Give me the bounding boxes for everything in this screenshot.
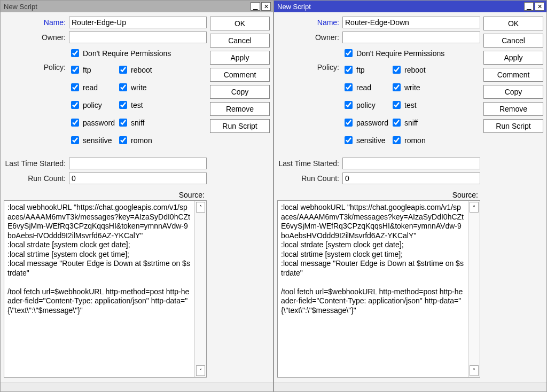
source-textarea[interactable]	[4, 201, 194, 377]
script-dialog: New Script ▁ ✕ Name: Owner:	[0, 0, 274, 392]
policy-sniff-label: sniff	[404, 119, 418, 127]
policy-reboot-checkbox[interactable]	[119, 66, 127, 74]
dont-require-permissions-label: Don't Require Permissions	[356, 49, 444, 58]
run-count-label: Run Count:	[4, 174, 69, 183]
titlebar[interactable]: New Script ▁ ✕	[274, 1, 546, 12]
scroll-up-icon[interactable]: ˄	[470, 202, 479, 213]
policy-policy-checkbox[interactable]	[345, 101, 353, 109]
policy-sensitive-checkbox[interactable]	[345, 136, 353, 144]
policy-sensitive-label: sensitive	[356, 136, 385, 145]
window-title: New Script	[3, 3, 37, 11]
policy-test-label: test	[404, 101, 417, 109]
scrollbar[interactable]: ˄ ˅	[194, 201, 206, 377]
policy-sensitive-label: sensitive	[83, 136, 112, 145]
policy-policy-label: policy	[83, 101, 102, 109]
run-script-button[interactable]: Run Script	[210, 119, 270, 133]
policy-label: Policy:	[4, 63, 69, 72]
run-count-input	[69, 173, 207, 184]
last-time-label: Last Time Started:	[4, 159, 69, 168]
policy-ftp-label: ftp	[83, 66, 91, 74]
remove-button[interactable]: Remove	[483, 102, 543, 116]
scroll-down-icon[interactable]: ˅	[470, 365, 479, 376]
policy-test-checkbox[interactable]	[393, 101, 401, 109]
policy-ftp-checkbox[interactable]	[345, 66, 353, 74]
minimize-icon[interactable]: ▁	[524, 2, 534, 11]
copy-button[interactable]: Copy	[210, 85, 270, 99]
minimize-icon[interactable]: ▁	[251, 2, 260, 11]
policy-write-checkbox[interactable]	[393, 83, 401, 91]
close-icon[interactable]: ✕	[261, 2, 271, 11]
copy-button[interactable]: Copy	[483, 85, 543, 99]
dont-require-permissions-checkbox[interactable]	[71, 49, 79, 57]
ok-button[interactable]: OK	[210, 17, 270, 30]
policy-password-checkbox[interactable]	[345, 119, 353, 127]
run-count-label: Run Count:	[277, 174, 342, 183]
scroll-up-icon[interactable]: ˄	[196, 202, 205, 213]
policy-label: Policy:	[277, 63, 342, 72]
policy-write-checkbox[interactable]	[119, 83, 127, 91]
policy-romon-label: romon	[404, 136, 426, 145]
name-label: Name:	[4, 18, 69, 27]
policy-write-label: write	[131, 83, 147, 92]
titlebar[interactable]: New Script ▁ ✕	[1, 1, 273, 12]
source-textarea[interactable]	[278, 201, 468, 377]
source-label: Source:	[4, 191, 205, 199]
policy-test-label: test	[131, 101, 143, 109]
name-input[interactable]	[69, 17, 207, 28]
policy-policy-label: policy	[356, 101, 376, 109]
policy-reboot-checkbox[interactable]	[393, 66, 401, 74]
policy-reboot-label: reboot	[131, 66, 152, 74]
policy-read-label: read	[83, 83, 98, 92]
close-icon[interactable]: ✕	[535, 2, 544, 11]
source-label: Source:	[277, 191, 478, 199]
last-time-input	[69, 158, 207, 169]
owner-input[interactable]	[342, 32, 480, 43]
policy-password-checkbox[interactable]	[71, 119, 79, 127]
run-script-button[interactable]: Run Script	[483, 119, 543, 133]
apply-button[interactable]: Apply	[210, 51, 270, 65]
statusbar	[1, 382, 273, 391]
policy-ftp-checkbox[interactable]	[71, 66, 79, 74]
policy-read-checkbox[interactable]	[71, 83, 79, 91]
comment-button[interactable]: Comment	[483, 68, 543, 82]
policy-romon-label: romon	[131, 136, 152, 145]
policy-password-label: password	[83, 119, 115, 127]
script-dialog: New Script ▁ ✕ Name: Owner:	[274, 0, 547, 392]
ok-button[interactable]: OK	[483, 17, 543, 30]
owner-label: Owner:	[4, 33, 69, 42]
name-label: Name:	[277, 18, 342, 27]
run-count-input	[342, 173, 480, 184]
owner-input[interactable]	[69, 32, 207, 43]
owner-label: Owner:	[277, 33, 342, 42]
policy-policy-checkbox[interactable]	[71, 101, 79, 109]
apply-button[interactable]: Apply	[483, 51, 543, 65]
policy-sensitive-checkbox[interactable]	[71, 136, 79, 144]
window-title: New Script	[276, 3, 311, 11]
policy-password-label: password	[356, 119, 388, 127]
dont-require-permissions-label: Don't Require Permissions	[83, 49, 171, 58]
policy-write-label: write	[404, 83, 420, 92]
policy-romon-checkbox[interactable]	[119, 136, 127, 144]
last-time-label: Last Time Started:	[277, 159, 342, 168]
scroll-down-icon[interactable]: ˅	[196, 365, 205, 376]
remove-button[interactable]: Remove	[210, 102, 270, 116]
statusbar	[274, 382, 546, 391]
scrollbar[interactable]: ˄ ˅	[468, 201, 480, 377]
policy-sniff-label: sniff	[131, 119, 144, 127]
policy-reboot-label: reboot	[404, 66, 426, 74]
cancel-button[interactable]: Cancel	[210, 34, 270, 48]
policy-romon-checkbox[interactable]	[393, 136, 401, 144]
policy-sniff-checkbox[interactable]	[119, 119, 127, 127]
cancel-button[interactable]: Cancel	[483, 34, 543, 48]
policy-test-checkbox[interactable]	[119, 101, 127, 109]
policy-sniff-checkbox[interactable]	[393, 119, 401, 127]
comment-button[interactable]: Comment	[210, 68, 270, 82]
policy-read-checkbox[interactable]	[345, 83, 353, 91]
name-input[interactable]	[342, 17, 480, 28]
dont-require-permissions-checkbox[interactable]	[345, 49, 353, 57]
last-time-input	[342, 158, 480, 169]
policy-ftp-label: ftp	[356, 66, 365, 74]
policy-read-label: read	[356, 83, 371, 92]
